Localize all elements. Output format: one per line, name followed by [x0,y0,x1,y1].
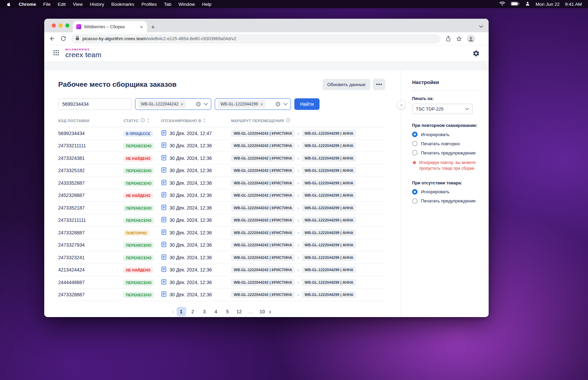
menu-item-view[interactable]: View [73,2,83,7]
clear-icon[interactable] [275,101,281,107]
reload-button[interactable] [60,36,66,42]
table-row[interactable]: 2452328887 НЕ НАЙДЕНО 30 Дек. 2024, 12:3… [58,189,385,202]
new-tab-button[interactable]: + [151,24,155,30]
route-to-chip: WB-GL-1222044299 | АННА [302,217,356,224]
share-icon[interactable] [445,35,451,42]
pagination-prev[interactable]: ‹ [173,308,175,315]
filter-select-2[interactable]: WB-GL-1222044299× [215,98,291,110]
close-window-button[interactable] [52,23,56,28]
pagination-page-12[interactable]: 12 [234,307,244,316]
table-row[interactable]: 5699234434 В ПРОЦЕССЕ 30 Дек. 2024, 12:4… [58,127,385,140]
printer-select[interactable]: TSC TDP-225 [412,104,473,114]
pagination-page-5[interactable]: 5 [223,307,232,316]
zoom-window-button[interactable] [65,23,69,28]
radio-option[interactable]: Печатать повторно [412,141,482,146]
menu-item-file[interactable]: File [43,2,51,7]
menu-item-chrome[interactable]: Chrome [19,2,36,7]
radio-option[interactable]: Печатать предупреждение [412,150,482,155]
supply-code-cell: 5699234434 [58,131,124,136]
table-row[interactable]: 4213424424 НЕ НАЙДЕНО 30 Дек. 2024, 12:3… [58,264,385,277]
chevron-right-icon: › [297,180,299,186]
wifi-icon[interactable] [499,1,505,7]
more-actions-button[interactable] [373,79,385,90]
scanned-at-cell: 30 Дек. 2024, 12:36 [169,242,212,248]
pagination-page-2[interactable]: 2 [188,307,198,316]
browser-menu-icon[interactable] [480,36,484,42]
table-row[interactable]: 2444448887 ПЕРЕНЕСЕНО 30 Дек. 2024, 12:3… [58,276,385,289]
table-row[interactable]: 24733211111 ПЕРЕНЕСЕНО 30 Дек. 2024, 12:… [58,214,385,227]
chevron-down-icon[interactable] [204,103,208,105]
radio-option[interactable]: Игнорировать [412,132,482,137]
table-row[interactable]: 24733211111 ПЕРЕНЕСЕНО 30 Дек. 2024, 12:… [58,140,385,152]
tab-search-chevron-icon[interactable] [479,23,483,29]
back-button[interactable] [49,35,55,42]
filter-select-1[interactable]: WB-GL-1222044242× [135,98,211,110]
document-icon [161,167,167,174]
apple-menu-icon[interactable] [6,1,11,7]
user-switcher-icon[interactable] [525,1,530,7]
table-row[interactable]: 2473328887 ПЕРЕНЕСЕНО 30 Дек. 2024, 12:3… [58,289,385,301]
menu-item-window[interactable]: Window [178,2,195,7]
chevron-down-icon[interactable] [283,103,288,105]
battery-icon[interactable] [511,2,520,7]
menu-item-edit[interactable]: Edit [58,2,66,7]
browser-tab[interactable]: Wildberries – Сборка × [73,21,147,32]
filter-selects: WB-GL-1222044242×WB-GL-1222044299× [135,98,291,110]
apps-grid-icon[interactable] [53,50,59,57]
header-status[interactable]: СТАТУС [124,118,161,123]
menu-item-help[interactable]: Help [202,2,211,7]
menu-item-tab[interactable]: Tab [164,2,172,7]
table-row[interactable]: 2473328887 ПОВТОРНО 30 Дек. 2024, 12:36 … [58,227,385,239]
table-row[interactable]: 2473323241 ПЕРЕНЕСЕНО 30 Дек. 2024, 12:3… [58,251,385,264]
info-icon[interactable] [286,118,290,123]
radio-selected-icon[interactable] [412,189,418,195]
menubar-time[interactable]: 9:41 AM [565,2,582,7]
pagination-page-1[interactable]: 1 [177,307,186,316]
chip-remove-icon[interactable]: × [181,102,183,106]
sort-icon[interactable] [203,118,206,123]
menu-item-bookmarks[interactable]: Bookmarks [111,2,134,7]
pagination-page-10[interactable]: 10 [258,307,267,316]
tab-close-icon[interactable]: × [139,24,144,29]
radio-option[interactable]: Игнорировать [412,189,482,195]
supply-code-input[interactable] [58,98,132,110]
find-button[interactable]: Найти [294,98,320,110]
header-supply-code[interactable]: КОД ПОСТАВКИ [58,119,124,123]
sort-icon[interactable] [147,118,150,123]
radio-selected-icon[interactable] [412,132,418,137]
filter-row: WB-GL-1222044242×WB-GL-1222044299× Найти [58,98,385,110]
minimize-window-button[interactable] [59,23,63,28]
settings-gear-icon[interactable] [472,50,480,57]
clear-icon[interactable] [196,101,201,107]
chip-remove-icon[interactable]: × [260,102,263,106]
supply-code-cell: 2444448887 [58,280,124,285]
route-from-chip: WB-GL-1222044242 | КРИСТИНА [231,291,295,298]
table-row[interactable]: 2433352887 ПЕРЕНЕСЕНО 30 Дек. 2024, 12:3… [58,177,385,189]
menu-item-history[interactable]: History [90,2,104,7]
document-icon [161,180,167,186]
header-scanned-at[interactable]: ОТСКАНИРОВАНО В [161,118,231,123]
settings-sidebar: › Настройки Печать на: TSC TDP-225 При п… [401,70,489,317]
refresh-data-button[interactable]: Обновить данные [323,79,370,90]
pagination-page-3[interactable]: 3 [200,307,209,316]
address-bar[interactable]: picasso-by-algorithm.creex.team/edefb4c2… [71,34,441,44]
radio-option[interactable]: Печатать предупреждение [412,198,482,204]
profile-avatar[interactable] [467,35,475,43]
creex-team-logo[interactable]: WILDBERRIES creex team [65,48,101,58]
table-row[interactable]: 2473327934 ПЕРЕНЕСЕНО 30 Дек. 2024, 12:3… [58,239,385,252]
pagination-next[interactable]: › [269,308,271,315]
scanned-at-cell: 30 Дек. 2024, 12:36 [169,180,212,186]
table-row[interactable]: 2473324381 НЕ НАЙДЕНО 30 Дек. 2024, 12:3… [58,152,385,165]
table-row[interactable]: 2473325182 ПЕРЕНЕСЕНО 30 Дек. 2024, 12:3… [58,165,385,177]
radio-unselected-icon[interactable] [412,141,418,146]
table-row[interactable]: 2473352187 ПЕРЕНЕСЕНО 30 Дек. 2024, 12:3… [58,202,385,214]
menubar-date[interactable]: Mon Jun 22 [536,2,560,7]
info-icon[interactable] [141,118,145,123]
collapse-sidebar-button[interactable]: › [397,100,406,109]
bookmark-star-icon[interactable] [456,36,462,42]
header-route[interactable]: МАРШРУТ ПЕРЕМЕЩЕНИЯ [231,118,378,123]
menu-item-profiles[interactable]: Profiles [142,2,157,7]
pagination-page-4[interactable]: 4 [211,307,221,316]
radio-unselected-icon[interactable] [412,198,418,204]
radio-unselected-icon[interactable] [412,150,418,155]
